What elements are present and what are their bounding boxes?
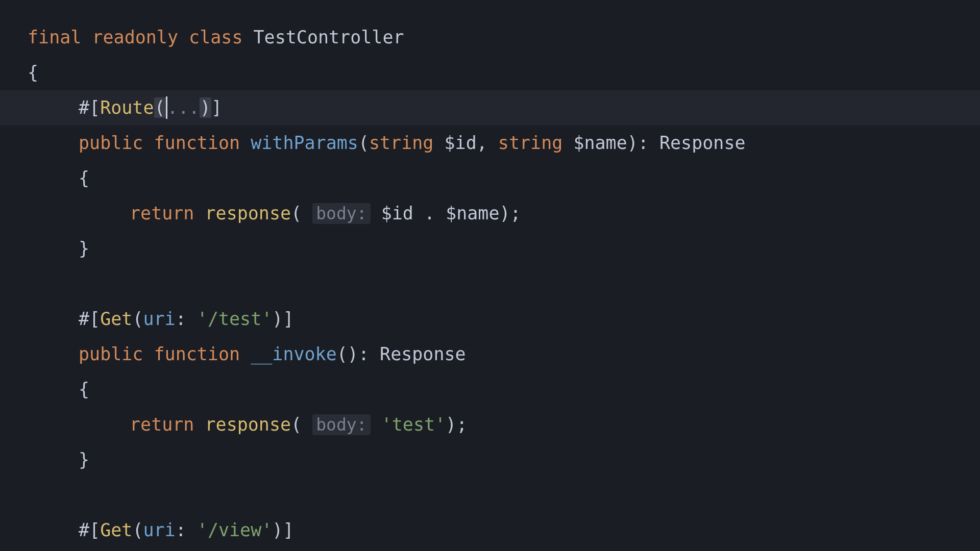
attribute-name: Get — [100, 520, 132, 540]
keyword-public: public — [79, 344, 143, 364]
code-line[interactable]: { — [28, 372, 980, 407]
code-line[interactable]: } — [28, 231, 980, 266]
code-line[interactable]: return response( body: 'test'); — [28, 407, 980, 442]
variable-name: $name — [446, 203, 499, 223]
paren-open: ( — [358, 133, 369, 153]
brace-open: { — [28, 62, 38, 83]
attribute-close: ] — [283, 309, 293, 329]
paren-close: ) — [272, 520, 283, 540]
attribute-name: Route — [100, 97, 154, 118]
named-argument: uri — [143, 309, 175, 329]
function-name: withParams — [251, 133, 358, 153]
keyword-final: final — [28, 27, 81, 47]
semicolon: ; — [456, 414, 467, 435]
folded-placeholder[interactable]: ... — [167, 97, 200, 118]
type-string: string — [498, 133, 562, 153]
keyword-function: function — [154, 344, 240, 364]
code-line[interactable]: return response( body: $id . $name); — [28, 196, 980, 231]
variable-id: $id — [444, 133, 476, 153]
code-line[interactable]: { — [28, 55, 980, 90]
code-line-blank[interactable] — [28, 478, 980, 513]
keyword-class: class — [189, 27, 242, 47]
variable-id: $id — [381, 203, 413, 223]
brace-open: { — [79, 379, 89, 399]
paren-close: ) — [348, 344, 358, 364]
colon: : — [176, 520, 186, 540]
code-line[interactable]: } — [28, 442, 980, 478]
code-content[interactable]: final readonly class TestController { #[… — [28, 20, 980, 548]
keyword-return: return — [130, 203, 194, 223]
attribute-close: ] — [283, 520, 293, 540]
code-line[interactable]: public function withParams(string $id, s… — [28, 126, 980, 161]
paren-open: ( — [154, 97, 166, 118]
string-literal: '/test' — [197, 309, 273, 329]
code-line[interactable]: public function __invoke(): Response — [28, 337, 980, 372]
function-call: response — [205, 203, 291, 223]
attribute-open: #[ — [79, 520, 100, 540]
paren-open: ( — [291, 414, 302, 435]
type-string: string — [369, 133, 433, 153]
operator-concat: . — [424, 203, 435, 223]
colon: : — [176, 309, 186, 329]
paren-open: ( — [337, 344, 348, 364]
paren-open: ( — [132, 520, 143, 540]
code-line[interactable]: #[Get(uri: '/view')] — [28, 513, 980, 548]
variable-name: $name — [573, 133, 627, 153]
paren-close: ) — [200, 97, 211, 118]
comma: , — [477, 133, 487, 153]
attribute-name: Get — [100, 309, 132, 329]
attribute-close: ] — [211, 97, 222, 118]
function-call: response — [205, 414, 291, 435]
colon: : — [638, 133, 649, 153]
code-line-current[interactable]: #[Route(...)] — [0, 90, 980, 126]
brace-close: } — [79, 449, 89, 470]
paren-close: ) — [446, 414, 456, 435]
parameter-hint: body: — [312, 414, 370, 435]
paren-open: ( — [132, 309, 143, 329]
attribute-open: #[ — [79, 309, 100, 329]
named-argument: uri — [143, 520, 175, 540]
colon: : — [358, 344, 369, 364]
attribute-open: #[ — [79, 97, 100, 118]
return-type: Response — [380, 344, 466, 364]
keyword-public: public — [79, 133, 143, 153]
return-type: Response — [659, 133, 746, 153]
string-literal: 'test' — [381, 414, 446, 435]
semicolon: ; — [510, 203, 521, 223]
function-name: __invoke — [251, 344, 337, 364]
class-name: TestController — [254, 27, 404, 47]
code-editor[interactable]: ❯ final readonly class TestController { … — [0, 0, 980, 551]
paren-close: ) — [499, 203, 510, 223]
string-literal: '/view' — [197, 520, 273, 540]
brace-close: } — [79, 238, 89, 259]
code-line[interactable]: { — [28, 161, 980, 196]
keyword-function: function — [154, 133, 240, 153]
paren-close: ) — [627, 133, 638, 153]
parameter-hint: body: — [312, 203, 370, 224]
code-line[interactable]: final readonly class TestController — [28, 20, 980, 55]
code-line[interactable]: #[Get(uri: '/test')] — [28, 302, 980, 337]
code-line-blank[interactable] — [28, 266, 980, 302]
brace-open: { — [79, 168, 89, 188]
paren-open: ( — [291, 203, 302, 223]
paren-close: ) — [272, 309, 283, 329]
keyword-readonly: readonly — [92, 27, 178, 47]
keyword-return: return — [130, 414, 194, 435]
